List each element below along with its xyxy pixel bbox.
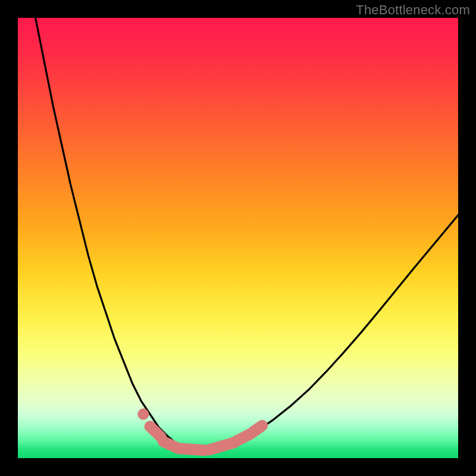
svg-point-0 <box>138 409 149 419</box>
chart-svg <box>18 18 458 458</box>
chart-frame: TheBottleneck.com <box>0 0 476 476</box>
svg-line-6 <box>253 425 262 431</box>
watermark-label: TheBottleneck.com <box>356 2 470 18</box>
bottleneck-markers <box>138 409 262 450</box>
svg-line-3 <box>178 449 205 450</box>
svg-line-4 <box>209 443 234 450</box>
plot-area <box>18 18 458 458</box>
svg-line-1 <box>150 427 161 437</box>
bottleneck-curve <box>36 18 458 450</box>
